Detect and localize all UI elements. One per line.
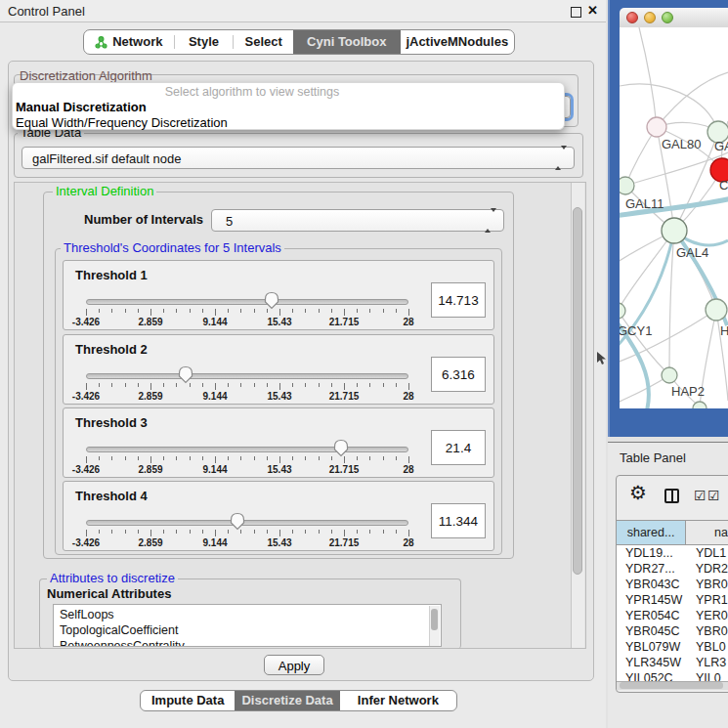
cell-name[interactable]: YER0 <box>696 608 728 623</box>
network-edge[interactable] <box>639 27 657 127</box>
table-row[interactable]: YBR045CYBR0 <box>617 623 728 639</box>
dropdown-option-manual-discretization[interactable]: Manual Discretization <box>16 100 147 114</box>
tab-cyni-toolbox[interactable]: Cyni Toolbox <box>293 30 401 54</box>
numerical-attributes-list[interactable]: SelfLoops TopologicalCoefficient Between… <box>53 604 442 647</box>
slider-tick <box>331 530 332 534</box>
tab-select[interactable]: Select <box>234 30 293 54</box>
slider-tick-label: 9.144 <box>202 537 227 548</box>
slider-tick <box>331 456 332 460</box>
tab-jactivemnodules[interactable]: jActiveMNodules <box>401 30 514 54</box>
network-edge[interactable] <box>620 231 674 311</box>
tab-impute-data[interactable]: Impute Data <box>141 691 235 710</box>
list-item[interactable]: SelfLoops <box>60 608 114 621</box>
threshold-2-panel: Threshold 2 6.316 -3.4262.8599.14415.432… <box>63 334 494 405</box>
cell-shared-name[interactable]: YBL079W <box>617 639 696 655</box>
network-node-GAL4[interactable] <box>662 218 687 243</box>
dropdown-option-equal-width[interactable]: Equal Width/Frequency Discretization <box>16 115 228 130</box>
table-row[interactable]: YLR345WYLR3 <box>617 655 728 670</box>
tab-style[interactable]: Style <box>175 30 234 54</box>
cell-shared-name[interactable]: YER054C <box>617 608 696 623</box>
cell-shared-name[interactable]: YDR27... <box>617 561 696 577</box>
threshold-label: Threshold 4 <box>75 489 148 503</box>
network-view[interactable]: GAL80GACGAL11GAL4GCY1HHAP2 <box>620 27 728 408</box>
cell-name[interactable]: YIL0 <box>696 670 721 681</box>
slider-tick <box>86 383 87 390</box>
network-node-GCY1[interactable] <box>620 303 625 319</box>
slider-tick-label: 15.43 <box>267 537 291 548</box>
tab-infer-network[interactable]: Infer Network <box>340 691 456 710</box>
threshold-slider-thumb[interactable] <box>230 512 245 531</box>
table-row[interactable]: YPR145WYPR1 <box>617 592 728 608</box>
threshold-slider-thumb[interactable] <box>333 439 349 457</box>
cell-name[interactable]: YBL0 <box>696 639 726 655</box>
minimize-window-icon[interactable] <box>644 12 656 23</box>
threshold-slider-track[interactable] <box>86 520 408 526</box>
threshold-slider-track[interactable] <box>86 373 408 379</box>
table-horizontal-scrollbar-thumb[interactable] <box>620 682 723 689</box>
cell-name[interactable]: YDL1 <box>696 545 726 561</box>
tab-network[interactable]: Network <box>84 30 174 54</box>
slider-tick <box>202 309 203 313</box>
network-window-titlebar[interactable] <box>620 8 728 28</box>
cell-shared-name[interactable]: YPR145W <box>617 592 696 608</box>
threshold-slider-thumb[interactable] <box>178 365 193 384</box>
threshold-slider-track[interactable] <box>86 447 408 452</box>
network-node-GAL11[interactable] <box>620 177 634 194</box>
slider-tick <box>228 383 229 387</box>
select-none-checkbox-icon[interactable]: ☑ <box>707 489 720 502</box>
slider-tick <box>279 456 280 463</box>
slider-tick <box>111 530 112 534</box>
cell-name[interactable]: YDR2 <box>696 561 728 577</box>
zoom-window-icon[interactable] <box>662 12 673 23</box>
cell-shared-name[interactable]: YBR045C <box>617 623 696 639</box>
num-intervals-combo[interactable]: 5 <box>211 209 504 232</box>
table-row[interactable]: YDL19...YDL1 <box>617 545 728 561</box>
column-header-name[interactable]: na <box>686 521 728 544</box>
close-window-icon[interactable] <box>626 12 638 23</box>
cell-name[interactable]: YBR0 <box>696 577 728 592</box>
threshold-value-field[interactable]: 14.713 <box>431 282 486 318</box>
table-row[interactable]: YBL079WYBL0 <box>617 639 728 655</box>
apply-button[interactable]: Apply <box>264 655 324 675</box>
threshold-value-field[interactable]: 21.4 <box>431 430 486 465</box>
float-window-icon[interactable] <box>571 7 581 18</box>
column-header-shared-name[interactable]: shared... <box>617 521 686 544</box>
slider-tick <box>369 530 370 534</box>
threshold-slider-track[interactable] <box>86 299 408 305</box>
table-row[interactable]: YDR27...YDR2 <box>617 561 728 577</box>
slider-tick-label: 2.859 <box>138 464 162 475</box>
cell-shared-name[interactable]: YLR345W <box>617 655 696 670</box>
slider-tick <box>163 383 164 387</box>
threshold-value-field[interactable]: 6.316 <box>431 357 486 392</box>
table-row[interactable]: YBR043CYBR0 <box>617 577 728 592</box>
list-scrollbar[interactable] <box>429 606 440 647</box>
table-data-combo[interactable]: galFiltered.sif default node <box>21 147 575 169</box>
list-item[interactable]: BetweennessCentrality <box>60 639 185 647</box>
cell-name[interactable]: YBR0 <box>696 623 728 639</box>
threshold-value-field[interactable]: 11.344 <box>431 503 486 538</box>
cell-shared-name[interactable]: YBR043C <box>617 577 696 592</box>
network-node-GAL80[interactable] <box>647 117 666 137</box>
settings-scrollbar-thumb[interactable] <box>573 207 582 575</box>
cell-name[interactable]: YLR3 <box>696 655 726 670</box>
cell-shared-name[interactable]: YDL19... <box>617 545 696 561</box>
table-settings-gear-icon[interactable]: ⚙ <box>629 483 647 502</box>
network-node-H[interactable] <box>706 299 727 321</box>
tab-discretize-data[interactable]: Discretize Data <box>235 691 339 710</box>
list-item[interactable]: TopologicalCoefficient <box>60 623 178 637</box>
table-row[interactable]: YER054CYER0 <box>617 608 728 623</box>
slider-tick <box>396 456 397 460</box>
network-node-HAP2[interactable] <box>662 367 677 383</box>
network-edge[interactable] <box>620 375 669 403</box>
close-icon[interactable]: ✕ <box>587 3 598 18</box>
slider-tick <box>228 530 229 534</box>
slider-tick <box>125 383 126 387</box>
panel-divider[interactable] <box>608 442 728 443</box>
column-selector-icon[interactable] <box>664 489 679 503</box>
cell-shared-name[interactable]: YIL052C <box>617 670 696 681</box>
slider-tick <box>215 309 216 316</box>
threshold-slider-thumb[interactable] <box>264 291 279 310</box>
table-row[interactable]: YIL052CYIL0 <box>617 670 728 681</box>
cell-name[interactable]: YPR1 <box>696 592 728 608</box>
select-all-checkbox-icon[interactable]: ☑ <box>694 489 707 502</box>
